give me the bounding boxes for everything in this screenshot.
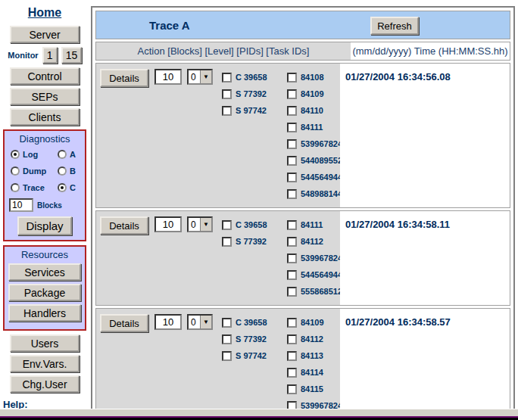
radio-label: B xyxy=(70,166,76,176)
checkbox[interactable] xyxy=(287,89,297,99)
checkbox-label: 555868512 xyxy=(301,287,342,296)
checkbox[interactable] xyxy=(222,334,232,344)
checkbox[interactable] xyxy=(222,106,232,116)
checkbox-label: S 77392 xyxy=(236,334,267,344)
radio-button-icon[interactable] xyxy=(58,183,67,192)
checkbox-row: S 97742 xyxy=(222,102,284,119)
level-select-value: 0 xyxy=(189,219,200,230)
radio-log[interactable]: Log xyxy=(11,146,58,163)
checkbox[interactable] xyxy=(222,89,232,99)
radio-button-icon[interactable] xyxy=(11,166,20,176)
column-header-row: Action [Blocks] [Level] [PIDs] [Task IDs… xyxy=(95,42,510,61)
timestamp: 01/27/2004 16:34:58.57 xyxy=(345,316,451,328)
radio-button-icon[interactable] xyxy=(58,166,67,176)
level-select[interactable]: 0 ▼ xyxy=(187,69,213,85)
users-button[interactable]: Users xyxy=(10,334,80,352)
checkbox[interactable] xyxy=(287,287,297,297)
checkbox[interactable] xyxy=(287,254,297,263)
radio-button-icon[interactable] xyxy=(11,183,20,192)
checkbox[interactable] xyxy=(287,384,297,394)
checkbox[interactable] xyxy=(287,334,297,344)
checkbox[interactable] xyxy=(287,270,297,280)
checkbox[interactable] xyxy=(287,351,297,361)
radio-dump[interactable]: Dump xyxy=(11,163,58,179)
home-link[interactable]: Home xyxy=(28,6,61,19)
clients-button[interactable]: Clients xyxy=(10,108,80,126)
blocks-count-input[interactable] xyxy=(154,216,182,232)
checkbox-row: C 39658 xyxy=(222,69,284,86)
radio-trace[interactable]: Trace xyxy=(11,179,58,196)
env-vars-button[interactable]: Env.Vars. xyxy=(10,355,80,372)
refresh-button[interactable]: Refresh xyxy=(370,17,419,35)
checkbox[interactable] xyxy=(287,220,297,230)
trace-block-time-cell: 01/27/2004 16:34:58.57 xyxy=(340,309,510,420)
monitor-15-button[interactable]: 15 xyxy=(61,47,82,64)
chg-user-button[interactable]: Chg.User xyxy=(10,375,80,393)
page-title: Trace A xyxy=(149,19,190,32)
level-select-value: 0 xyxy=(189,72,200,82)
dropdown-arrow-icon[interactable]: ▼ xyxy=(200,316,211,328)
blocks-input[interactable] xyxy=(9,198,33,212)
blocks-label: Blocks xyxy=(37,201,62,210)
checkbox-label: S 77392 xyxy=(236,237,267,246)
checkbox-label: 84110 xyxy=(301,106,323,115)
details-button[interactable]: Details xyxy=(100,216,148,235)
checkbox[interactable] xyxy=(222,237,232,247)
details-button[interactable]: Details xyxy=(100,314,148,332)
checkbox[interactable] xyxy=(287,73,297,82)
trace-block-time-cell: 01/27/2004 16:34:56.08 xyxy=(340,64,510,207)
diagnostics-radio-group: Log A Dump B Trace C xyxy=(6,146,83,196)
checkbox[interactable] xyxy=(222,318,232,328)
checkbox-label: S 97742 xyxy=(236,106,267,115)
checkbox[interactable] xyxy=(287,106,297,116)
services-button[interactable]: Services xyxy=(8,263,81,281)
server-button[interactable]: Server xyxy=(10,26,80,43)
radio-button-icon[interactable] xyxy=(11,150,20,159)
checkbox[interactable] xyxy=(287,123,297,132)
seps-button[interactable]: SEPs xyxy=(10,88,80,105)
checkbox-row: C 39658 xyxy=(222,216,284,233)
dropdown-arrow-icon[interactable]: ▼ xyxy=(200,70,211,83)
checkbox[interactable] xyxy=(287,368,297,378)
checkbox-label: 544089552 xyxy=(301,156,342,165)
column-header-time: (mm/dd/yyyy) Time (HH:MM:SS.hh) xyxy=(351,42,510,60)
trace-block-controls: Details 0 ▼ C 39658S 77392 8411184112539… xyxy=(96,211,340,305)
radio-button-icon[interactable] xyxy=(58,150,67,159)
checkbox-row: S 77392 xyxy=(222,331,284,347)
radio-a[interactable]: A xyxy=(58,146,86,163)
horizontal-scrollbar[interactable] xyxy=(0,409,518,416)
checkbox[interactable] xyxy=(287,189,297,199)
checkbox[interactable] xyxy=(222,220,232,230)
monitor-1-button[interactable]: 1 xyxy=(42,47,58,64)
blocks-count-input[interactable] xyxy=(154,314,182,330)
dropdown-arrow-icon[interactable]: ▼ xyxy=(200,218,211,231)
checkbox-label: C 39658 xyxy=(236,220,267,229)
display-button[interactable]: Display xyxy=(17,216,72,235)
handlers-button[interactable]: Handlers xyxy=(8,304,81,322)
checkbox[interactable] xyxy=(222,73,232,82)
checkbox[interactable] xyxy=(287,156,297,166)
checkbox[interactable] xyxy=(222,351,232,361)
radio-label: Trace xyxy=(23,183,45,192)
checkbox[interactable] xyxy=(287,318,297,328)
radio-label: C xyxy=(70,183,76,192)
checkbox-label: 84112 xyxy=(301,334,323,344)
checkbox[interactable] xyxy=(287,173,297,182)
control-button[interactable]: Control xyxy=(10,67,80,85)
radio-c[interactable]: C xyxy=(58,179,86,196)
level-select[interactable]: 0 ▼ xyxy=(187,314,213,330)
details-button[interactable]: Details xyxy=(100,69,148,87)
level-select[interactable]: 0 ▼ xyxy=(187,216,213,232)
checkbox-label: 84113 xyxy=(301,351,323,360)
trace-block-time-cell: 01/27/2004 16:34:58.11 xyxy=(340,211,510,305)
blocks-count-input[interactable] xyxy=(154,69,182,85)
checkbox[interactable] xyxy=(287,139,297,149)
checkbox-label: 84108 xyxy=(301,73,324,82)
checkbox-row: S 77392 xyxy=(222,233,284,250)
checkbox[interactable] xyxy=(287,237,297,247)
radio-b[interactable]: B xyxy=(58,163,86,179)
checkbox-label: 539967824 xyxy=(301,254,342,263)
pid-checkbox-column: C 39658S 77392 xyxy=(222,216,284,250)
package-button[interactable]: Package xyxy=(8,284,81,301)
checkbox-label: 84111 xyxy=(301,123,323,132)
